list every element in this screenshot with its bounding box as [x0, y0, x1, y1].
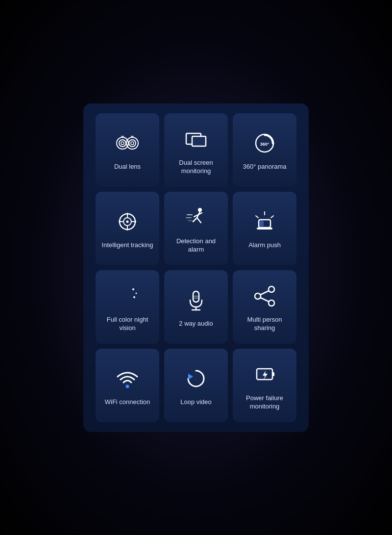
- svg-line-49: [261, 298, 269, 302]
- wifi-label: WiFi connection: [101, 398, 154, 407]
- svg-point-17: [126, 221, 129, 223]
- tracking-label: Intelligent tracking: [98, 241, 157, 250]
- svg-point-7: [131, 142, 134, 145]
- wifi-icon: [113, 364, 142, 393]
- night-vision-label: Full color night vision: [96, 316, 159, 332]
- sharing-icon: [250, 281, 279, 311]
- power-icon: [250, 360, 279, 389]
- feature-row-3: Full color night vision: [91, 270, 301, 344]
- svg-text:360°: 360°: [260, 142, 270, 147]
- dual-screen-icon: [181, 125, 211, 154]
- alarm-label: Alarm push: [245, 241, 285, 250]
- svg-point-37: [132, 288, 134, 290]
- svg-point-46: [269, 300, 274, 306]
- card-loop[interactable]: Loop video: [164, 349, 228, 422]
- card-dual-lens[interactable]: Dual lens: [96, 113, 159, 187]
- svg-marker-51: [188, 374, 193, 380]
- svg-point-47: [255, 293, 261, 299]
- svg-rect-35: [260, 221, 264, 227]
- card-alarm[interactable]: Alarm push: [233, 192, 296, 265]
- panorama-icon: 360°: [250, 128, 279, 158]
- loop-label: Loop video: [176, 398, 216, 407]
- alarm-icon: [250, 207, 279, 236]
- outer-container: Dual lens Dual screen monitoring: [0, 0, 392, 535]
- svg-point-50: [126, 385, 129, 388]
- feature-row-4: WiFi connection Loop video: [91, 349, 301, 422]
- card-sharing[interactable]: Multi person sharing: [233, 270, 296, 344]
- dual-lens-label: Dual lens: [110, 163, 145, 171]
- power-label: Power failure monitoring: [233, 394, 296, 411]
- svg-rect-53: [272, 372, 274, 376]
- feature-row-2: Intelligent tracking: [91, 192, 301, 265]
- audio-icon: [181, 285, 211, 315]
- feature-row-1: Dual lens Dual screen monitoring: [91, 113, 301, 187]
- card-panorama[interactable]: 360° 360° panorama: [233, 113, 296, 187]
- panorama-label: 360° panorama: [239, 163, 290, 171]
- loop-icon: [181, 364, 211, 393]
- svg-rect-40: [193, 291, 199, 302]
- card-night-vision[interactable]: Full color night vision: [96, 270, 159, 344]
- svg-point-45: [269, 286, 274, 292]
- card-detection[interactable]: Detection and alarm: [164, 192, 228, 265]
- sharing-label: Multi person sharing: [233, 316, 296, 332]
- svg-rect-11: [192, 136, 206, 146]
- dual-lens-icon: [113, 128, 142, 158]
- svg-line-48: [261, 291, 269, 295]
- svg-rect-36: [257, 228, 272, 229]
- card-dual-screen[interactable]: Dual screen monitoring: [164, 113, 228, 187]
- card-audio[interactable]: 2 way audio: [164, 270, 228, 344]
- svg-point-2: [121, 142, 124, 145]
- audio-label: 2 way audio: [175, 320, 217, 328]
- night-vision-icon: [113, 281, 142, 311]
- card-power[interactable]: Power failure monitoring: [233, 349, 296, 422]
- tracking-icon: [113, 207, 142, 236]
- svg-point-38: [136, 292, 137, 294]
- detection-label: Detection and alarm: [164, 237, 228, 254]
- svg-point-6: [129, 140, 136, 147]
- detection-icon: [181, 203, 211, 232]
- svg-line-33: [271, 216, 273, 218]
- svg-point-39: [133, 296, 135, 298]
- card-tracking[interactable]: Intelligent tracking: [96, 192, 159, 265]
- svg-line-27: [193, 218, 197, 222]
- svg-line-26: [197, 218, 201, 223]
- card-wifi[interactable]: WiFi connection: [96, 349, 159, 422]
- dual-screen-label: Dual screen monitoring: [164, 159, 228, 176]
- svg-point-1: [119, 140, 126, 147]
- svg-line-32: [256, 216, 258, 218]
- feature-panel: Dual lens Dual screen monitoring: [83, 103, 309, 432]
